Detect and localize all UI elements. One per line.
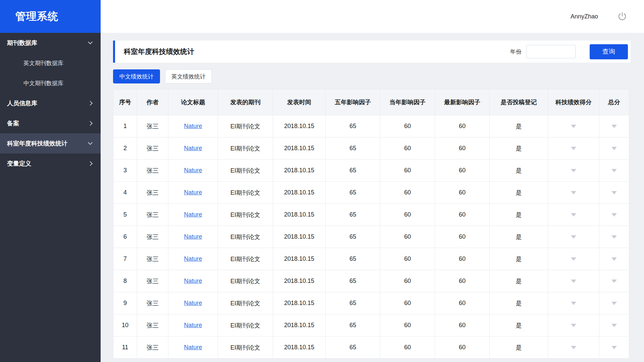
paper-title-link[interactable]: Nature	[184, 167, 202, 174]
table-row: 6张三NatureEI期刊论文2018.10.15656060是	[113, 226, 629, 248]
paper-title-link[interactable]: Nature	[184, 278, 202, 284]
column-header: 总分	[599, 89, 629, 115]
dropdown-caret-icon[interactable]	[571, 257, 576, 261]
cell-current-if: 60	[380, 314, 435, 337]
paper-title-link[interactable]: Nature	[184, 189, 202, 196]
cell-total	[599, 337, 629, 359]
dropdown-caret-icon[interactable]	[571, 191, 576, 194]
dropdown-caret-icon[interactable]	[611, 257, 617, 261]
sidebar-item-journal-db[interactable]: 期刊数据库	[0, 33, 101, 53]
logout-power-icon[interactable]	[616, 11, 628, 22]
cell-total	[599, 160, 629, 182]
cell-total	[599, 115, 629, 137]
paper-title-link[interactable]: Nature	[184, 211, 202, 218]
sidebar-item-english-journal-db[interactable]: 英文期刊数据库	[0, 53, 101, 73]
cell-title: Nature	[168, 137, 218, 160]
tabs: 中文绩效统计 英文绩效统计	[113, 69, 631, 83]
paper-title-link[interactable]: Nature	[184, 322, 202, 328]
cell-total	[599, 137, 629, 160]
cell-date: 2018.10.15	[273, 270, 326, 292]
cell-date: 2018.10.15	[273, 292, 326, 314]
dropdown-caret-icon[interactable]	[611, 125, 617, 128]
dropdown-caret-icon[interactable]	[571, 125, 576, 128]
cell-index: 7	[113, 248, 137, 270]
cell-registered: 是	[490, 115, 548, 137]
table-row: 2张三NatureEI期刊论文2018.10.15656060是	[113, 137, 629, 160]
dropdown-caret-icon[interactable]	[571, 280, 576, 283]
chevron-down-icon	[88, 40, 93, 44]
cell-date: 2018.10.15	[273, 115, 326, 137]
cell-current-if: 60	[380, 160, 435, 182]
dropdown-caret-icon[interactable]	[611, 191, 617, 194]
dropdown-caret-icon[interactable]	[611, 280, 617, 283]
sidebar-item-variable-definition[interactable]: 变量定义	[0, 154, 101, 174]
dropdown-caret-icon[interactable]	[611, 147, 617, 150]
tab-chinese-performance[interactable]: 中文绩效统计	[113, 69, 160, 83]
cell-five-year-if: 65	[326, 160, 380, 182]
paper-title-link[interactable]: Nature	[184, 233, 202, 240]
year-input[interactable]	[526, 45, 576, 58]
year-label: 年份	[510, 48, 522, 56]
cell-registered: 是	[490, 292, 548, 314]
paper-title-link[interactable]: Nature	[184, 300, 202, 306]
topbar: AnnyZhao	[101, 0, 644, 33]
dropdown-caret-icon[interactable]	[571, 324, 576, 327]
dropdown-caret-icon[interactable]	[611, 302, 617, 305]
sidebar-item-record[interactable]: 备案	[0, 113, 101, 133]
sidebar-item-annual-performance[interactable]: 科室年度科技绩效统计	[0, 133, 101, 154]
query-button[interactable]: 查询	[590, 44, 628, 59]
cell-five-year-if: 65	[326, 314, 380, 337]
cell-author: 张三	[137, 314, 168, 337]
column-header: 发表时间	[273, 89, 326, 115]
cell-current-if: 60	[380, 226, 435, 248]
cell-registered: 是	[490, 204, 548, 226]
cell-title: Nature	[168, 248, 218, 270]
performance-table: 序号作者论文标题发表的期刊发表时间五年影响因子当年影响因子最新影响因子是否投稿登…	[113, 89, 629, 359]
sidebar-item-chinese-journal-db[interactable]: 中文期刊数据库	[0, 73, 101, 93]
cell-latest-if: 60	[435, 337, 490, 359]
cell-date: 2018.10.15	[273, 314, 326, 337]
cell-author: 张三	[137, 337, 168, 359]
cell-index: 2	[113, 137, 137, 160]
cell-author: 张三	[137, 115, 168, 137]
cell-journal: EI期刊论文	[218, 270, 273, 292]
cell-index: 11	[113, 337, 137, 359]
cell-five-year-if: 65	[326, 292, 380, 314]
paper-title-link[interactable]: Nature	[184, 145, 202, 152]
dropdown-caret-icon[interactable]	[611, 169, 617, 172]
main-area: AnnyZhao 科室年度科技绩效统计 年份 查询 中文绩效统计 英文绩效统计	[101, 0, 644, 362]
performance-table-body: 1张三NatureEI期刊论文2018.10.15656060是2张三Natur…	[113, 115, 629, 359]
dropdown-caret-icon[interactable]	[611, 235, 617, 239]
cell-total	[599, 204, 629, 226]
paper-title-link[interactable]: Nature	[184, 123, 202, 129]
dropdown-caret-icon[interactable]	[611, 346, 617, 349]
dropdown-caret-icon[interactable]	[611, 324, 617, 327]
dropdown-caret-icon[interactable]	[571, 147, 576, 150]
dropdown-caret-icon[interactable]	[571, 346, 576, 349]
dropdown-caret-icon[interactable]	[571, 169, 576, 172]
cell-five-year-if: 65	[326, 248, 380, 270]
sidebar-item-label: 备案	[7, 119, 19, 127]
cell-index: 3	[113, 160, 137, 182]
page-title: 科室年度科技绩效统计	[124, 47, 194, 56]
dropdown-caret-icon[interactable]	[611, 213, 617, 217]
cell-score	[548, 115, 599, 137]
dropdown-caret-icon[interactable]	[571, 235, 576, 239]
cell-registered: 是	[490, 248, 548, 270]
cell-score	[548, 182, 599, 204]
sidebar-item-personnel-db[interactable]: 人员信息库	[0, 93, 101, 113]
cell-index: 10	[113, 314, 137, 337]
paper-title-link[interactable]: Nature	[184, 255, 202, 262]
cell-score	[548, 314, 599, 337]
dropdown-caret-icon[interactable]	[571, 213, 576, 217]
cell-total	[599, 270, 629, 292]
cell-score	[548, 270, 599, 292]
cell-title: Nature	[168, 314, 218, 337]
dropdown-caret-icon[interactable]	[571, 302, 576, 305]
cell-five-year-if: 65	[326, 226, 380, 248]
tab-english-performance[interactable]: 英文绩效统计	[165, 69, 212, 83]
paper-title-link[interactable]: Nature	[184, 344, 202, 351]
panel-header: 科室年度科技绩效统计 年份 查询	[113, 41, 631, 63]
cell-journal: EI期刊论文	[218, 115, 273, 137]
sidebar-item-label: 变量定义	[7, 160, 31, 168]
